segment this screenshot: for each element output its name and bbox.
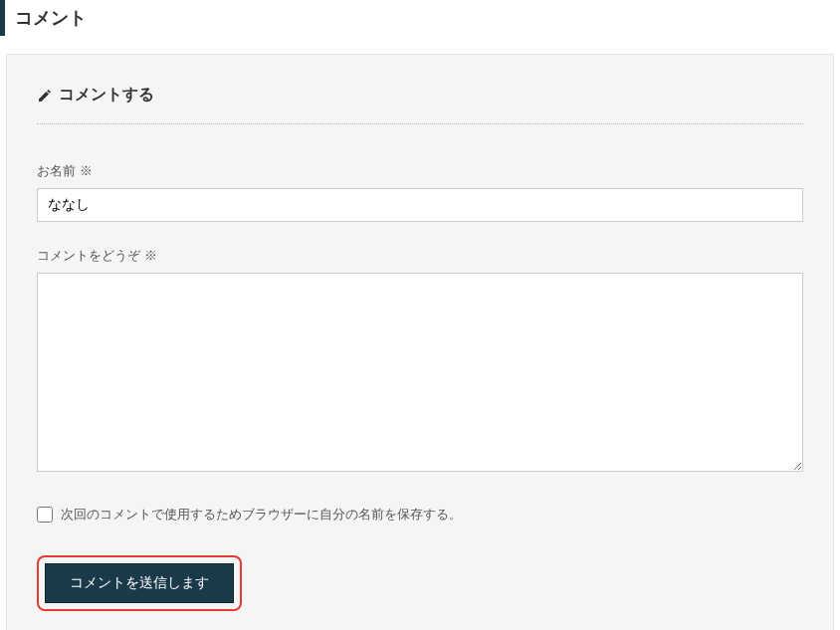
- save-name-row: 次回のコメントで使用するためブラウザーに自分の名前を保存する。: [37, 506, 803, 524]
- section-header: コメント: [0, 0, 840, 36]
- pencil-icon: [37, 88, 53, 104]
- name-input[interactable]: [37, 188, 803, 222]
- form-heading-text: コメントする: [59, 85, 154, 105]
- name-label: お名前 ※: [37, 162, 803, 180]
- comment-label: コメントをどうぞ ※: [37, 247, 803, 265]
- comment-form: コメントする お名前 ※ コメントをどうぞ ※ 次回のコメントで使用するためブラ…: [6, 54, 834, 630]
- submit-button[interactable]: コメントを送信します: [45, 563, 234, 603]
- form-heading: コメントする: [37, 85, 803, 124]
- submit-highlight: コメントを送信します: [37, 555, 242, 611]
- save-name-label: 次回のコメントで使用するためブラウザーに自分の名前を保存する。: [61, 506, 462, 524]
- section-title: コメント: [15, 6, 840, 30]
- comment-textarea[interactable]: [37, 273, 803, 472]
- save-name-checkbox[interactable]: [37, 507, 53, 523]
